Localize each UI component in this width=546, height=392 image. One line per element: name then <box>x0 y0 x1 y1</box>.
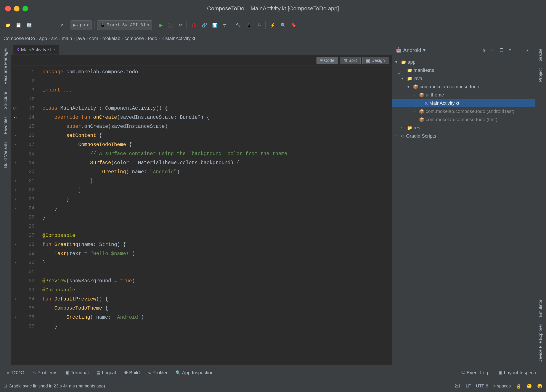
breadcrumb-com[interactable]: com <box>89 36 98 41</box>
event-log-button[interactable]: ① Event Log <box>457 369 492 377</box>
breadcrumb-compose[interactable]: compose <box>125 36 144 41</box>
tree-item-package-main[interactable]: ▾ 📦 com.mokelab.compose.todo <box>392 83 535 91</box>
sidebar-item-build-variants[interactable]: Build Variants <box>2 138 9 171</box>
expand-icon[interactable]: › <box>395 134 400 138</box>
minimize-button[interactable] <box>14 6 20 12</box>
stop-button[interactable]: ⬛ <box>166 22 175 29</box>
app-dropdown[interactable]: ▶ app ▾ <box>71 20 92 30</box>
sdk-button[interactable]: 🖧 <box>255 22 263 28</box>
profiler-button[interactable]: ∿ Profiler <box>144 369 171 377</box>
bookmark-button[interactable]: 🔖 <box>289 22 298 29</box>
expand-icon[interactable]: › <box>413 118 418 122</box>
breadcrumb-src[interactable]: src <box>51 36 58 41</box>
sidebar-item-structure[interactable]: Structure <box>2 88 9 113</box>
breadcrumb-app[interactable]: app <box>39 36 47 41</box>
project-panel-header: 🤖 Android ▾ ◎ ⊟ ☰ ⚙ — ↗ <box>392 44 535 56</box>
build-button[interactable]: ⚒ Build <box>121 369 143 377</box>
chevron-down-icon[interactable]: ▾ <box>423 47 425 53</box>
gradle-button[interactable]: 🔨 <box>234 22 243 29</box>
android-robot-icon: 🤖 <box>396 47 402 53</box>
window-title: ComposeToDo – MainActivity.kt [ComposeTo… <box>207 5 339 12</box>
code-icon: ≡ <box>320 58 323 63</box>
close-tab-button[interactable]: × <box>54 48 56 52</box>
tree-item-java[interactable]: ▾ 📁 java <box>392 74 535 83</box>
tree-item-android-test[interactable]: › 📦 com.mokelab.compose.todo (androidTes… <box>392 107 535 116</box>
indent[interactable]: 4 spaces <box>494 384 511 389</box>
attach-button[interactable]: 🔗 <box>200 22 209 29</box>
breadcrumb-mokelab[interactable]: mokelab <box>102 36 120 41</box>
reload-button[interactable]: ↩ <box>177 22 184 29</box>
settings-button[interactable]: ⚙ <box>506 46 514 54</box>
sidebar-item-resource-manager[interactable]: Resource Manager <box>2 44 9 88</box>
code-line-33: @Composable <box>42 286 392 295</box>
expand-icon[interactable]: › <box>413 109 418 114</box>
sidebar-item-gradle[interactable]: Gradle <box>537 46 544 64</box>
chevron-down-icon: ▾ <box>86 22 89 28</box>
debug-button[interactable]: 🐞 <box>189 22 198 29</box>
terminal-button[interactable]: ▣ Terminal <box>62 369 92 377</box>
run-button[interactable]: ▶ <box>158 22 164 29</box>
sidebar-item-emulator[interactable]: Emulator <box>537 297 544 320</box>
expand-icon[interactable]: ▾ <box>407 84 412 89</box>
breadcrumb-todo[interactable]: todo <box>148 36 157 41</box>
expand-icon[interactable]: › <box>401 68 406 73</box>
tree-item-mainactivity[interactable]: K MainActivity.kt <box>392 99 535 107</box>
save-button[interactable]: 💾 <box>14 22 23 29</box>
window-controls[interactable] <box>5 6 28 12</box>
breadcrumb-main[interactable]: main <box>62 36 72 41</box>
encoding[interactable]: UTF-8 <box>476 384 488 389</box>
file-tab-label: MainActivity.kt <box>21 47 51 52</box>
open-folder-button[interactable]: 📁 <box>3 22 12 29</box>
split-view-button[interactable]: ⊞ Split <box>340 57 361 64</box>
device-mgr-button[interactable]: 📱 <box>244 22 253 29</box>
expand-icon[interactable]: ▾ <box>401 76 406 81</box>
profiler-button[interactable]: 📊 <box>210 22 219 29</box>
line-separator[interactable]: LF <box>466 384 471 389</box>
package-icon: 📦 <box>419 117 424 122</box>
forward-button[interactable]: → <box>48 22 56 28</box>
logcat-button[interactable]: ▤ Logcat <box>93 369 120 377</box>
collapse-all-button[interactable]: ⊟ <box>489 46 497 54</box>
back-button[interactable]: ← <box>39 22 47 28</box>
close-panel-button[interactable]: ↗ <box>524 46 531 54</box>
sync-button[interactable]: 🔄 <box>25 22 33 29</box>
layout-inspector-icon: ▣ <box>498 370 502 375</box>
file-tab-mainactivity[interactable]: K MainActivity.kt × <box>13 45 59 54</box>
tree-item-test[interactable]: › 📦 com.mokelab.compose.todo (test) <box>392 116 535 124</box>
tree-item-gradle-scripts[interactable]: › ⚙ Gradle Scripts <box>392 132 535 140</box>
breadcrumb-composetodo[interactable]: ComposeToDo <box>3 36 35 41</box>
app-inspection-button[interactable]: 🔍 App Inspection <box>172 369 217 377</box>
breadcrumb-java[interactable]: java <box>76 36 85 41</box>
maximize-button[interactable] <box>22 6 28 12</box>
locate-file-button[interactable]: ◎ <box>480 46 488 54</box>
tree-item-app[interactable]: ▾ 📁 app <box>392 58 535 66</box>
show-options-button[interactable]: ☰ <box>498 46 505 54</box>
run2-button[interactable]: ⚡ <box>268 22 277 29</box>
coverage-button[interactable]: ☂ <box>221 22 228 29</box>
code-view-button[interactable]: ≡ Code <box>317 57 338 64</box>
problems-button[interactable]: ⚠ Problems <box>29 369 61 377</box>
device-dropdown[interactable]: 📱 Pixel 3a API 31 ▾ <box>97 20 152 30</box>
close-button[interactable] <box>5 6 11 12</box>
layout-inspector-button[interactable]: ▣ Layout Inspector <box>495 369 543 377</box>
tree-item-res[interactable]: › 📁 res <box>392 124 535 132</box>
tree-label: manifests <box>414 67 434 73</box>
run-config-button[interactable]: ↗ <box>58 22 65 29</box>
todo-button[interactable]: ≡ TODO <box>3 369 28 377</box>
sidebar-item-project[interactable]: Project <box>537 66 544 84</box>
minimize-panel-button[interactable]: — <box>515 46 523 54</box>
tree-item-manifests[interactable]: › 📁 manifests <box>392 66 535 74</box>
expand-icon[interactable]: ▾ <box>395 60 400 65</box>
cursor-position[interactable]: 2:1 <box>455 384 461 389</box>
expand-icon[interactable]: › <box>413 93 418 97</box>
code-text[interactable]: package com.mokelab.compose.todo import … <box>37 66 392 365</box>
tree-item-ui-theme[interactable]: › 📦 ui.theme <box>392 91 535 99</box>
code-editor[interactable]: C ▾ ● ▾ ▾ ▾ ▾ <box>11 66 392 365</box>
sidebar-item-device-file-explorer[interactable]: Device File Explorer <box>537 321 544 365</box>
breadcrumb-file[interactable]: K MainActivity.kt <box>161 36 195 41</box>
design-view-button[interactable]: ▣ Design <box>362 57 389 64</box>
expand-icon[interactable]: › <box>401 126 406 130</box>
sidebar-item-favorites[interactable]: Favorites <box>2 113 9 137</box>
tree-label: app <box>408 59 416 65</box>
search-button[interactable]: 🔍 <box>279 22 288 29</box>
